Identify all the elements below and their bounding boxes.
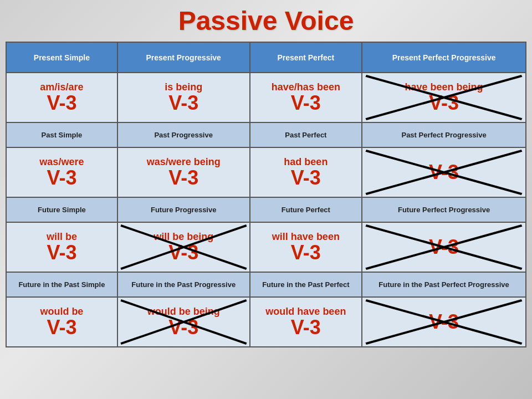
v3-text-4-0: V-3	[47, 243, 76, 263]
header-row: Present SimplePresent ProgressivePresent…	[6, 42, 526, 73]
content-cell-0-0: am/is/areV-3	[6, 73, 117, 122]
content-cell-6-2: would have beenV-3	[250, 297, 362, 347]
v3-text-2-3: V-3	[429, 162, 459, 182]
v3-text-0-0: V-3	[47, 93, 76, 113]
content-cell-4-0: will beV-3	[6, 222, 117, 272]
v3-text-0-3: V-3	[429, 93, 459, 113]
header-cell-2: Present Perfect	[250, 42, 362, 73]
v3-text-6-1: V-3	[168, 318, 198, 337]
label-cell-3-1: Future Progressive	[117, 197, 250, 222]
content-cell-2-3: V-3	[362, 147, 526, 197]
content-cell-4-3: V-3	[362, 222, 526, 272]
content-cell-2-0: was/wereV-3	[6, 147, 117, 197]
row-5: Future in the Past SimpleFuture in the P…	[6, 272, 526, 297]
content-cell-4-2: will have beenV-3	[250, 222, 362, 272]
label-cell-3-3: Future Perfect Progressive	[362, 197, 526, 222]
row-1: Past SimplePast ProgressivePast PerfectP…	[6, 122, 526, 147]
v3-text-2-0: V-3	[47, 168, 76, 188]
content-cell-4-1: will be beingV-3	[117, 222, 250, 272]
v3-text-0-2: V-3	[291, 93, 321, 113]
v3-text-6-0: V-3	[47, 318, 76, 337]
label-cell-3-2: Future Perfect	[250, 197, 362, 222]
content-cell-0-3: have been beingV-3	[362, 73, 526, 122]
content-cell-6-3: V-3	[362, 297, 526, 347]
content-cell-2-2: had beenV-3	[250, 147, 362, 197]
content-cell-6-0: would beV-3	[6, 297, 117, 347]
v3-text-0-1: V-3	[168, 93, 198, 113]
label-cell-1-1: Past Progressive	[117, 122, 250, 147]
label-cell-5-3: Future in the Past Perfect Progressive	[362, 272, 526, 297]
v3-text-4-3: V-3	[429, 237, 459, 257]
label-cell-1-0: Past Simple	[6, 122, 117, 147]
v3-text-6-3: V-3	[429, 312, 459, 332]
passive-voice-table: Present SimplePresent ProgressivePresent…	[6, 42, 526, 347]
header-cell-3: Present Perfect Progressive	[362, 42, 526, 73]
row-4: will beV-3will be beingV-3 will have bee…	[6, 222, 526, 272]
v3-text-4-2: V-3	[291, 243, 321, 263]
content-cell-6-1: would be beingV-3	[117, 297, 250, 347]
row-3: Future SimpleFuture ProgressiveFuture Pe…	[6, 197, 526, 222]
content-cell-2-1: was/were beingV-3	[117, 147, 250, 197]
v3-text-6-2: V-3	[291, 318, 321, 337]
v3-text-2-2: V-3	[291, 168, 321, 188]
label-cell-3-0: Future Simple	[6, 197, 117, 222]
label-cell-5-1: Future in the Past Progressive	[117, 272, 250, 297]
v3-text-2-1: V-3	[168, 168, 198, 188]
label-cell-1-3: Past Perfect Progressive	[362, 122, 526, 147]
header-cell-0: Present Simple	[6, 42, 117, 73]
header-cell-1: Present Progressive	[117, 42, 250, 73]
page-title: Passive Voice	[178, 6, 354, 36]
label-cell-1-2: Past Perfect	[250, 122, 362, 147]
content-cell-0-2: have/has beenV-3	[250, 73, 362, 122]
content-cell-0-1: is beingV-3	[117, 73, 250, 122]
v3-text-4-1: V-3	[168, 243, 198, 263]
row-0: am/is/areV-3is beingV-3have/has beenV-3h…	[6, 73, 526, 122]
label-cell-5-2: Future in the Past Perfect	[250, 272, 362, 297]
row-6: would beV-3would be beingV-3 would have …	[6, 297, 526, 347]
row-2: was/wereV-3was/were beingV-3had beenV-3V…	[6, 147, 526, 197]
label-cell-5-0: Future in the Past Simple	[6, 272, 117, 297]
